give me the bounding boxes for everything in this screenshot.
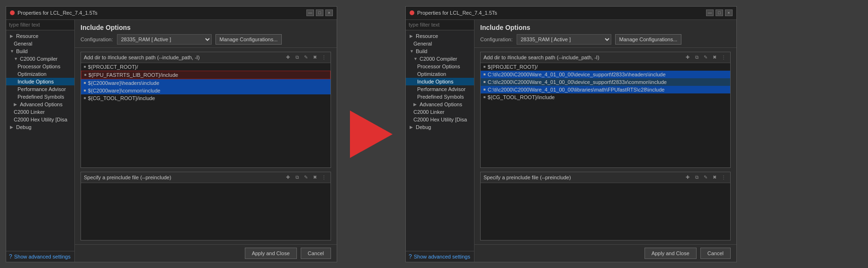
right-predef-label: Predefined Symbols	[417, 94, 464, 100]
left-path-item-4[interactable]: ■ ${CG_TOOL_ROOT}/include	[81, 94, 331, 102]
left-config-select[interactable]: 28335_RAM [ Active ]	[117, 34, 212, 45]
right-include-menu-btn[interactable]: ⋮	[720, 54, 727, 61]
right-sidebar-item-hex-utility[interactable]: C2000 Hex Utility [Disa	[406, 116, 474, 123]
right-maximize-button[interactable]: □	[716, 9, 723, 16]
left-include-del-btn[interactable]: ✖	[311, 54, 319, 61]
left-include-icons: ✚ ⧉ ✎ ✖ ⋮	[284, 54, 328, 61]
right-sidebar-item-include-options[interactable]: Include Options	[406, 78, 474, 85]
right-sidebar-item-c2000compiler[interactable]: ▼ C2000 Compiler	[406, 55, 474, 63]
left-config-row: Configuration: 28335_RAM [ Active ] Mana…	[81, 34, 331, 45]
right-preinclude-add-btn[interactable]: ✚	[684, 174, 691, 181]
right-path-item-1[interactable]: ■ C:\ti\c2000\C2000Ware_4_01_00_00\devic…	[481, 71, 730, 78]
left-preinclude-label: Specify a preinclude file (--preinclude)	[84, 175, 171, 180]
hex-label: C2000 Hex Utility [Disa	[14, 117, 67, 122]
sidebar-item-optimization[interactable]: Optimization	[6, 70, 74, 78]
left-path-dot-4: ■	[84, 96, 86, 100]
sidebar-item-advanced-options[interactable]: ▶ Advanced Options	[6, 101, 74, 108]
right-adv-label: Advanced Options	[420, 102, 462, 107]
left-cancel-btn[interactable]: Cancel	[301, 248, 331, 259]
include-label: Include Options	[18, 79, 54, 84]
right-sidebar-item-processor-options[interactable]: Processor Options	[406, 63, 474, 70]
right-path-item-0[interactable]: ■ ${PROJECT_ROOT}/	[481, 63, 730, 71]
left-path-item-0[interactable]: ■ ${PROJECT_ROOT}/	[81, 63, 331, 71]
right-preinclude-del-btn[interactable]: ✖	[711, 174, 718, 181]
left-title-text: Properties for LCL_Rec_7.4_1.5Ts	[18, 10, 98, 16]
close-button[interactable]: ×	[325, 9, 333, 16]
left-manage-btn[interactable]: Manage Configurations...	[215, 34, 282, 45]
panel-wrapper: Properties for LCL_Rec_7.4_1.5Ts — □ ×	[0, 0, 868, 268]
sidebar-item-hex-utility[interactable]: C2000 Hex Utility [Disa	[6, 116, 74, 123]
right-include-label: Include Options	[417, 79, 453, 84]
right-manage-btn[interactable]: Manage Configurations...	[615, 34, 682, 45]
sidebar-item-predefined-symbols[interactable]: Predefined Symbols	[6, 93, 74, 101]
sidebar-item-resource[interactable]: ▶ Resource	[6, 32, 74, 40]
right-sidebar-item-debug[interactable]: ▶ Debug	[406, 123, 474, 131]
right-include-edit-btn[interactable]: ✎	[702, 54, 709, 61]
right-preinclude-edit-btn[interactable]: ✎	[702, 174, 709, 181]
left-include-menu-btn[interactable]: ⋮	[320, 54, 328, 61]
general-label: General	[14, 41, 32, 46]
right-footer: Apply and Close Cancel	[474, 244, 736, 262]
right-filter-input[interactable]	[406, 20, 474, 30]
right-path-list: ■ ${PROJECT_ROOT}/ ■ C:\ti\c2000\C2000Wa…	[481, 63, 730, 101]
right-preinclude-copy-btn[interactable]: ⧉	[693, 174, 700, 181]
left-include-label: Add dir to #include search path (--inclu…	[84, 55, 200, 60]
right-sidebar-item-predefined-symbols[interactable]: Predefined Symbols	[406, 93, 474, 101]
left-preinclude-edit-btn[interactable]: ✎	[302, 174, 310, 181]
left-sidebar: ▶ Resource General ▼ Build ▼ C2000 Compi…	[6, 20, 75, 262]
right-preinclude-section: Specify a preinclude file (--preinclude)…	[480, 172, 731, 240]
minimize-button[interactable]: —	[306, 9, 314, 16]
left-preinclude-copy-btn[interactable]: ⧉	[293, 174, 301, 181]
sidebar-item-processor-options[interactable]: Processor Options	[6, 63, 74, 70]
right-close-button[interactable]: ×	[725, 9, 733, 16]
sidebar-item-c2000-linker[interactable]: C2000 Linker	[6, 108, 74, 116]
right-include-del-btn[interactable]: ✖	[711, 54, 718, 61]
left-filter-input[interactable]	[6, 20, 74, 30]
right-apply-btn[interactable]: Apply and Close	[644, 248, 697, 259]
sidebar-item-performance-advisor[interactable]: Performance Advisor	[6, 85, 74, 93]
right-sidebar-item-performance-advisor[interactable]: Performance Advisor	[406, 85, 474, 93]
left-path-item-1[interactable]: ■ ${FPU_FASTRTS_LIB_ROOT}/include	[81, 71, 331, 79]
right-show-advanced-link[interactable]: Show advanced settings	[414, 254, 470, 259]
maximize-button[interactable]: □	[316, 9, 323, 16]
right-titlebar-controls: — □ ×	[706, 9, 733, 16]
left-include-copy-btn[interactable]: ⧉	[293, 54, 301, 61]
left-include-edit-btn[interactable]: ✎	[302, 54, 310, 61]
sidebar-item-include-options[interactable]: Include Options	[6, 78, 74, 85]
right-config-select[interactable]: 28335_RAM [ Active ]	[517, 34, 611, 45]
left-preinclude-add-btn[interactable]: ✚	[284, 174, 292, 181]
right-sidebar-item-advanced-options[interactable]: ▶ Advanced Options	[406, 101, 474, 108]
right-minimize-button[interactable]: —	[706, 9, 714, 16]
right-include-copy-btn[interactable]: ⧉	[693, 54, 700, 61]
sidebar-item-general[interactable]: General	[6, 40, 74, 47]
left-preinclude-header: Specify a preinclude file (--preinclude)…	[81, 172, 331, 183]
sidebar-item-debug[interactable]: ▶ Debug	[6, 123, 74, 131]
show-advanced-link[interactable]: Show advanced settings	[14, 254, 71, 259]
right-sidebar-item-optimization[interactable]: Optimization	[406, 70, 474, 78]
right-sidebar-item-c2000-linker[interactable]: C2000 Linker	[406, 108, 474, 116]
right-debug-chevron: ▶	[410, 125, 414, 129]
left-include-section-header: Add dir to #include search path (--inclu…	[81, 52, 331, 63]
right-sidebar-item-resource[interactable]: ▶ Resource	[406, 32, 474, 40]
left-path-item-2[interactable]: ■ ${C2000ware}\headers\include	[81, 79, 331, 87]
left-preinclude-menu-btn[interactable]: ⋮	[320, 174, 328, 181]
right-path-item-3[interactable]: ■ C:\ti\c2000\C2000Ware_4_01_00_00\libra…	[481, 86, 730, 93]
right-cancel-btn[interactable]: Cancel	[700, 248, 731, 259]
right-include-add-btn[interactable]: ✚	[684, 54, 691, 61]
right-path-item-4[interactable]: ■ ${CG_TOOL_ROOT}/include	[481, 93, 730, 101]
sidebar-item-build[interactable]: ▼ Build	[6, 47, 74, 55]
left-content-header: Include Options Configuration: 28335_RAM…	[75, 20, 337, 48]
right-preinclude-list	[481, 183, 730, 240]
left-include-add-btn[interactable]: ✚	[284, 54, 292, 61]
right-help-icon: ?	[409, 253, 412, 260]
right-build-label: Build	[416, 48, 427, 54]
right-preinclude-label: Specify a preinclude file (--preinclude)	[483, 175, 571, 180]
left-apply-btn[interactable]: Apply and Close	[245, 248, 297, 259]
sidebar-item-c2000compiler[interactable]: ▼ C2000 Compiler	[6, 55, 74, 63]
right-sidebar-item-general[interactable]: General	[406, 40, 474, 47]
right-sidebar-item-build[interactable]: ▼ Build	[406, 47, 474, 55]
right-preinclude-menu-btn[interactable]: ⋮	[720, 174, 727, 181]
left-preinclude-del-btn[interactable]: ✖	[311, 174, 319, 181]
right-path-item-2[interactable]: ■ C:\ti\c2000\C2000Ware_4_01_00_00\devic…	[481, 78, 730, 86]
left-path-item-3[interactable]: ■ ${C2000ware}\common\include	[81, 87, 331, 94]
